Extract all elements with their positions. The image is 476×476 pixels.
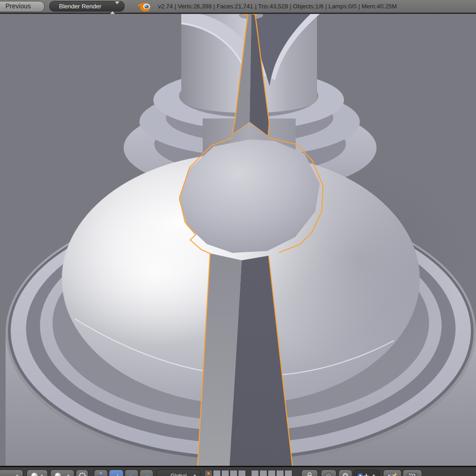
- lock-icon: [302, 470, 317, 476]
- pin-icon: [94, 470, 107, 476]
- manipulator-toggle-button[interactable]: [94, 469, 108, 476]
- move-arrow-icon: [109, 470, 123, 476]
- layer-cell[interactable]: [230, 470, 238, 476]
- layer-cell[interactable]: [276, 470, 284, 476]
- scale-button[interactable]: [139, 469, 153, 476]
- pivot-dropdown[interactable]: [50, 469, 74, 476]
- render-engine-label: Blender Render: [59, 3, 101, 10]
- layer-cell[interactable]: [251, 470, 259, 476]
- layer-active-dot: [207, 472, 210, 475]
- mode-dropdown[interactable]: o: [0, 469, 23, 476]
- scene-statistics: v2.74 | Verts:26,398 | Faces:21,741 | Tr…: [158, 0, 397, 13]
- render-animation-button[interactable]: [403, 469, 422, 476]
- layer-cell[interactable]: [213, 470, 221, 476]
- blender-window: { "header": { "previous_button_label": "…: [0, 0, 476, 476]
- lock-to-scene-button[interactable]: [301, 469, 318, 476]
- pivot-sphere-icon: [55, 473, 61, 476]
- up-arrow-icon: [66, 474, 71, 476]
- snap-element-button[interactable]: [321, 469, 337, 476]
- layer-cell[interactable]: [284, 470, 292, 476]
- blender-logo-icon: [136, 0, 152, 13]
- render-still-button[interactable]: [383, 469, 402, 476]
- snap-center-plus-icon: [354, 474, 370, 476]
- render-engine-dropdown[interactable]: Blender Render: [49, 1, 125, 12]
- up-arrow-icon: [39, 474, 45, 476]
- sphere-icon: [31, 473, 38, 476]
- 3d-viewport[interactable]: [0, 14, 476, 466]
- layer-cell[interactable]: [205, 470, 212, 476]
- rotate-button[interactable]: [125, 469, 139, 476]
- viewport-header-bottom: o: [0, 466, 476, 476]
- layer-cell[interactable]: [238, 470, 246, 476]
- layer-cell[interactable]: [259, 470, 267, 476]
- snap-toggle-button[interactable]: [338, 469, 352, 476]
- clapperboard-icon: [403, 470, 422, 476]
- previous-button[interactable]: Previous: [0, 1, 45, 12]
- magnet-icon: [339, 470, 352, 476]
- info-header: Previous Blender Render v2.74 | Verts:26…: [0, 0, 476, 14]
- up-arrow-icon: [192, 474, 198, 476]
- scale-square-icon: [140, 470, 153, 476]
- viewport-render: [0, 14, 476, 466]
- translate-button[interactable]: [109, 469, 124, 476]
- orientation-dropdown[interactable]: Global: [156, 469, 201, 476]
- layer-cell[interactable]: [221, 470, 229, 476]
- camera-icon: [383, 470, 401, 476]
- shading-dropdown[interactable]: [26, 469, 48, 476]
- dotted-circle-icon: [76, 470, 88, 476]
- proportional-edit-button[interactable]: [76, 469, 88, 476]
- up-arrow-icon: [14, 474, 20, 476]
- circle-icon: [321, 470, 336, 476]
- snap-target-dropdown[interactable]: [354, 469, 380, 476]
- rotate-arc-icon: [125, 470, 138, 476]
- double-arrow-icon: [110, 3, 119, 13]
- layer-cell[interactable]: [268, 470, 276, 476]
- up-arrow-icon: [371, 474, 377, 476]
